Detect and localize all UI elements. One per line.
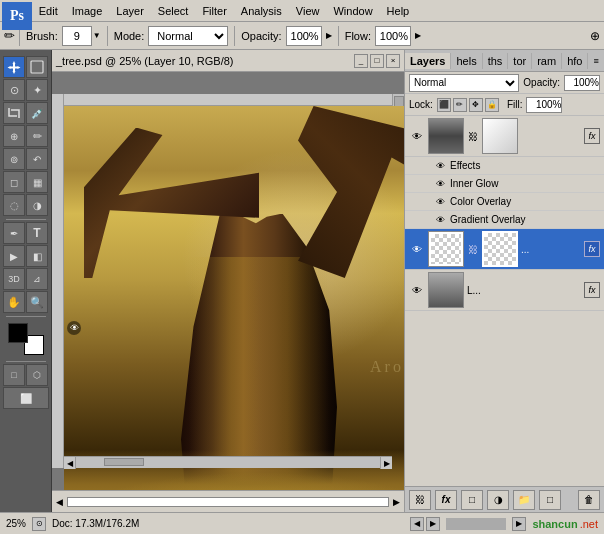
- menu-select[interactable]: Select: [151, 3, 196, 19]
- canvas-arrow-right[interactable]: ▶: [393, 497, 400, 507]
- effect-color-overlay[interactable]: 👁 Color Overlay: [405, 193, 604, 211]
- move-tool[interactable]: [3, 56, 25, 78]
- link-layers-btn[interactable]: ⛓: [409, 490, 431, 510]
- delete-layer-btn[interactable]: 🗑: [578, 490, 600, 510]
- add-mask-btn[interactable]: □: [461, 490, 483, 510]
- menu-filter[interactable]: Filter: [195, 3, 233, 19]
- brush-size-input[interactable]: [62, 26, 92, 46]
- selected-layer-fx[interactable]: fx: [584, 241, 600, 257]
- layer-blend-mode[interactable]: Normal Multiply Screen Overlay: [409, 74, 519, 92]
- layer-item-selected[interactable]: 👁 ⛓ ... fx: [405, 229, 604, 270]
- flow-arrow[interactable]: ▶: [415, 31, 421, 40]
- effect-group-effects[interactable]: 👁 Effects: [405, 157, 604, 175]
- window-minimize[interactable]: _: [354, 54, 368, 68]
- tab-info[interactable]: hfo: [562, 53, 588, 69]
- quick-mask-mode[interactable]: ⬡: [26, 364, 48, 386]
- nav-right[interactable]: ▶: [426, 517, 440, 531]
- canvas-container: 👁 Aroa ▶ ◀: [52, 72, 404, 490]
- zoom-tool[interactable]: 🔍: [26, 291, 48, 313]
- tab-layers[interactable]: Layers: [405, 53, 451, 69]
- lock-all-icon[interactable]: 🔒: [485, 98, 499, 112]
- lock-image-icon[interactable]: ✏: [453, 98, 467, 112]
- panel-menu-btn[interactable]: ≡: [588, 50, 604, 72]
- layer-10-fx[interactable]: fx: [584, 128, 600, 144]
- nav-arrows: ◀ ▶: [410, 517, 440, 531]
- inner-glow-eye[interactable]: 👁: [433, 177, 447, 191]
- clone-stamp-tool[interactable]: ⊚: [3, 148, 25, 170]
- add-style-btn[interactable]: fx: [435, 490, 457, 510]
- blur-tool[interactable]: ◌: [3, 194, 25, 216]
- healing-brush-tool[interactable]: ⊕: [3, 125, 25, 147]
- pen-tool[interactable]: ✒: [3, 222, 25, 244]
- magic-wand-tool[interactable]: ✦: [26, 79, 48, 101]
- menu-analysis[interactable]: Analysis: [234, 3, 289, 19]
- fill-input[interactable]: [526, 97, 562, 113]
- brush-tool[interactable]: ✏: [26, 125, 48, 147]
- tab-channels[interactable]: hels: [451, 53, 482, 69]
- 3d-tool2[interactable]: ⊿: [26, 268, 48, 290]
- crop-tool[interactable]: [3, 102, 25, 124]
- window-maximize[interactable]: □: [370, 54, 384, 68]
- airbrush-icon[interactable]: ⊕: [590, 29, 600, 43]
- type-tool[interactable]: T: [26, 222, 48, 244]
- canvas-image-wrapper[interactable]: 👁 Aroa: [64, 106, 404, 490]
- 3d-rotate-tool[interactable]: 3D: [3, 268, 25, 290]
- window-close[interactable]: ×: [386, 54, 400, 68]
- timeline-right[interactable]: ▶: [512, 517, 526, 531]
- gradient-overlay-eye[interactable]: 👁: [433, 213, 447, 227]
- brush-dropdown-arrow[interactable]: ▼: [93, 31, 101, 40]
- scrollbar-horizontal[interactable]: ▶ ◀: [64, 456, 392, 468]
- layer-opacity-input[interactable]: [564, 75, 600, 91]
- scroll-left-btn[interactable]: ◀: [64, 457, 76, 469]
- lasso-tool[interactable]: ⊙: [3, 79, 25, 101]
- new-group-btn[interactable]: 📁: [513, 490, 535, 510]
- layer-10-eye[interactable]: 👁: [409, 128, 425, 144]
- dodge-tool[interactable]: ◑: [26, 194, 48, 216]
- effects-group-eye[interactable]: 👁: [433, 159, 447, 173]
- path-selection-tool[interactable]: ▶: [3, 245, 25, 267]
- nav-left[interactable]: ◀: [410, 517, 424, 531]
- eyedropper-tool[interactable]: 💉: [26, 102, 48, 124]
- opacity-arrow[interactable]: ▶: [326, 31, 332, 40]
- menu-layer[interactable]: Layer: [109, 3, 151, 19]
- history-brush-tool[interactable]: ↶: [26, 148, 48, 170]
- window-title: _tree.psd @ 25% (Layer 10, RGB/8): [56, 55, 233, 67]
- lock-position-icon[interactable]: ✥: [469, 98, 483, 112]
- hand-tool[interactable]: ✋: [3, 291, 25, 313]
- layer-item-bottom[interactable]: 👁 L... fx: [405, 270, 604, 311]
- lock-transparent-icon[interactable]: ⬛: [437, 98, 451, 112]
- menu-image[interactable]: Image: [65, 3, 110, 19]
- tab-actions[interactable]: ram: [532, 53, 562, 69]
- menu-window[interactable]: Window: [326, 3, 379, 19]
- standard-mode[interactable]: □: [3, 364, 25, 386]
- tab-history[interactable]: tor: [508, 53, 532, 69]
- bottom-layer-eye[interactable]: 👁: [409, 282, 425, 298]
- shape-tool[interactable]: ◧: [26, 245, 48, 267]
- opacity-input[interactable]: [286, 26, 322, 46]
- tool-row-8: ✒ T: [3, 222, 48, 244]
- eraser-tool[interactable]: ◻: [3, 171, 25, 193]
- color-overlay-eye[interactable]: 👁: [433, 195, 447, 209]
- opacity-label: Opacity:: [241, 30, 281, 42]
- effect-gradient-overlay[interactable]: 👁 Gradient Overlay: [405, 211, 604, 229]
- zoom-btn[interactable]: ⊙: [32, 517, 46, 531]
- selected-layer-eye[interactable]: 👁: [409, 241, 425, 257]
- scroll-right-btn[interactable]: ▶: [380, 457, 392, 469]
- gradient-tool[interactable]: ▦: [26, 171, 48, 193]
- shancun-net: .net: [580, 518, 598, 530]
- tab-paths[interactable]: ths: [483, 53, 509, 69]
- menu-view[interactable]: View: [289, 3, 327, 19]
- blend-mode-select[interactable]: Normal Multiply Screen: [148, 26, 228, 46]
- new-adj-layer-btn[interactable]: ◑: [487, 490, 509, 510]
- foreground-color[interactable]: [8, 323, 28, 343]
- screen-mode[interactable]: ⬜: [3, 387, 49, 409]
- bottom-layer-fx[interactable]: fx: [584, 282, 600, 298]
- menu-help[interactable]: Help: [380, 3, 417, 19]
- menu-edit[interactable]: Edit: [32, 3, 65, 19]
- effect-inner-glow[interactable]: 👁 Inner Glow: [405, 175, 604, 193]
- new-layer-btn[interactable]: □: [539, 490, 561, 510]
- selection-tool[interactable]: [26, 56, 48, 78]
- canvas-arrow-left[interactable]: ◀: [56, 497, 63, 507]
- flow-input[interactable]: [375, 26, 411, 46]
- layer-item-10[interactable]: 👁 ⛓ fx: [405, 116, 604, 157]
